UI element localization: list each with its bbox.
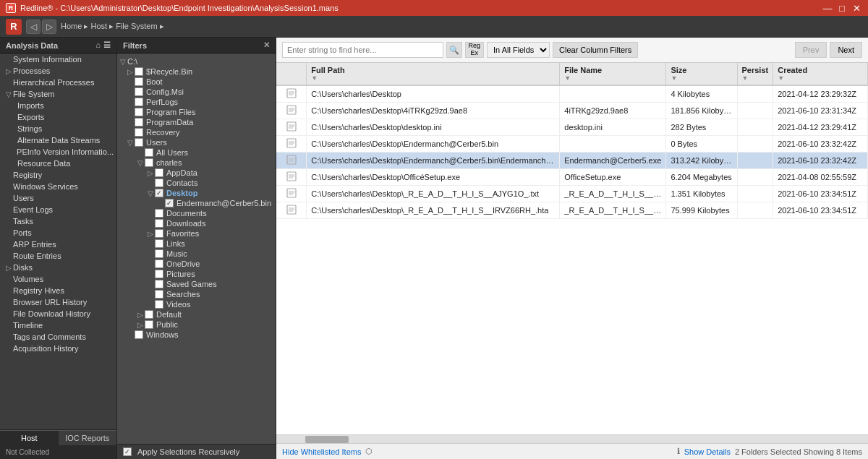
filter-checkbox[interactable] <box>135 128 143 137</box>
table-row[interactable]: C:\Users\charles\Desktop\_R_E_A_D__T_H_I… <box>276 202 868 219</box>
sidebar-item-file-download-history[interactable]: File Download History <box>0 308 116 319</box>
filter-checkbox[interactable] <box>135 118 143 126</box>
sidebar-item-arp-entries[interactable]: ARP Entries <box>0 239 116 250</box>
sidebar-item-exports[interactable]: Exports <box>0 111 116 123</box>
table-row[interactable]: C:\Users\charles\Desktop\Endermanch@Cerb… <box>276 136 868 153</box>
settings-icon[interactable]: ☰ <box>103 40 111 50</box>
back-button[interactable]: ◁ <box>26 20 41 34</box>
table-row[interactable]: C:\Users\charles\Desktop\4iTRKg29zd.9ae8… <box>276 103 868 119</box>
sidebar-item-processes[interactable]: ▷ Processes <box>0 65 116 77</box>
filter-checkbox[interactable] <box>145 148 153 157</box>
prev-button[interactable]: Prev <box>795 42 827 58</box>
sidebar-item-route-entries[interactable]: Route Entries <box>0 250 116 262</box>
filter-checkbox[interactable] <box>135 138 143 147</box>
filter-checkbox[interactable]: ✓ <box>155 189 163 197</box>
table-row[interactable]: C:\Users\charles\Desktop4 Kilobytes2021-… <box>276 85 868 103</box>
filter-item-public[interactable]: ▷ Public <box>117 319 276 330</box>
scrollbar-thumb[interactable] <box>305 436 349 443</box>
sidebar-item-event-logs[interactable]: Event Logs <box>0 204 116 215</box>
filter-item-perflogs[interactable]: PerfLogs <box>117 97 276 107</box>
table-row[interactable]: C:\Users\charles\Desktop\desktop.inidesk… <box>276 119 868 136</box>
filter-checkbox[interactable] <box>155 249 163 258</box>
filter-item-music[interactable]: Music <box>117 249 276 259</box>
field-selector[interactable]: In All Fields <box>487 42 550 58</box>
sidebar-item-windows-services[interactable]: Windows Services <box>0 181 116 192</box>
regex-button[interactable]: RegEx <box>465 42 485 58</box>
filter-item-favorites[interactable]: ▷ Favorites <box>117 228 276 239</box>
maximize-button[interactable]: □ <box>836 2 848 14</box>
filter-checkbox[interactable] <box>145 158 153 167</box>
filter-item-program-files[interactable]: Program Files <box>117 107 276 117</box>
col-persist[interactable]: Persist ▼ <box>737 63 773 85</box>
filter-checkbox[interactable] <box>135 98 143 106</box>
close-button[interactable]: ✕ <box>851 2 862 14</box>
sidebar-item-ports[interactable]: Ports <box>0 227 116 239</box>
home-icon[interactable]: ⌂ <box>95 40 101 50</box>
apply-checkbox[interactable]: ✓ <box>123 447 132 456</box>
next-button[interactable]: Next <box>830 42 862 58</box>
filter-item-program-data[interactable]: ProgramData <box>117 117 276 127</box>
table-row[interactable]: C:\Users\charles\Desktop\_R_E_A_D__T_H_I… <box>276 186 868 202</box>
col-full-path[interactable]: Full Path ▼ <box>307 63 560 85</box>
filter-checkbox[interactable] <box>155 219 163 228</box>
filter-item-c-root[interactable]: ▽ C:\ <box>117 56 276 67</box>
minimize-button[interactable]: — <box>822 2 833 14</box>
table-row[interactable]: C:\Users\charles\Desktop\Endermanch@Cerb… <box>276 153 868 169</box>
table-row[interactable]: C:\Users\charles\Desktop\OfficéSetup.exe… <box>276 169 868 186</box>
sidebar-item-tasks[interactable]: Tasks <box>0 215 116 227</box>
filter-checkbox[interactable] <box>155 300 163 309</box>
sidebar-item-timeline[interactable]: Timeline <box>0 319 116 331</box>
sidebar-item-alternate-data-streams[interactable]: Alternate Data Streams <box>0 134 116 146</box>
filter-checkbox[interactable] <box>155 280 163 288</box>
filter-checkbox[interactable] <box>135 87 143 96</box>
sidebar-item-hierarchical-processes[interactable]: Hierarchical Processes <box>0 77 116 88</box>
filter-item-endermanch[interactable]: ✓ Endermanch@Cerber5.bin <box>117 198 276 208</box>
filter-item-downloads[interactable]: Downloads <box>117 218 276 228</box>
filter-item-contacts[interactable]: Contacts <box>117 178 276 188</box>
filter-item-onedrive[interactable]: OneDrive <box>117 259 276 269</box>
sidebar-item-disks[interactable]: ▷ Disks <box>0 262 116 273</box>
filter-item-all-users[interactable]: All Users <box>117 147 276 158</box>
sidebar-item-strings[interactable]: Strings <box>0 123 116 134</box>
filter-item-searches[interactable]: Searches <box>117 289 276 299</box>
forward-button[interactable]: ▷ <box>42 20 56 34</box>
filter-item-saved-games[interactable]: Saved Games <box>117 279 276 289</box>
filter-checkbox[interactable] <box>135 67 143 76</box>
filter-item-links[interactable]: Links <box>117 239 276 249</box>
sidebar-item-file-system[interactable]: ▽ File System <box>0 88 116 100</box>
filter-item-desktop[interactable]: ▽ ✓ Desktop <box>117 188 276 198</box>
filter-item-appdata[interactable]: ▷ AppData <box>117 168 276 178</box>
filter-checkbox[interactable] <box>155 168 163 177</box>
show-details-button[interactable]: Show Details <box>684 447 731 456</box>
filter-item-recycle-bin[interactable]: ▷ $Recycle.Bin <box>117 67 276 77</box>
filter-item-charles[interactable]: ▽ charles <box>117 158 276 168</box>
filter-checkbox[interactable] <box>155 239 163 248</box>
sidebar-item-tags-and-comments[interactable]: Tags and Comments <box>0 331 116 343</box>
sidebar-item-volumes[interactable]: Volumes <box>0 273 116 285</box>
sidebar-item-resource-data[interactable]: Resource Data <box>0 158 116 169</box>
col-created[interactable]: Created ▼ <box>773 63 868 85</box>
filter-item-pictures[interactable]: Pictures <box>117 269 276 279</box>
filter-checkbox[interactable] <box>155 290 163 299</box>
filter-checkbox[interactable] <box>155 270 163 278</box>
filter-checkbox[interactable] <box>135 108 143 116</box>
sidebar-item-acquisition-history[interactable]: Acquisition History <box>0 343 116 354</box>
hide-whitelisted-button[interactable]: Hide Whitelisted Items <box>282 447 361 456</box>
sidebar-item-users[interactable]: Users <box>0 192 116 204</box>
sidebar-item-registry[interactable]: Registry <box>0 169 116 181</box>
filter-checkbox[interactable]: ✓ <box>165 199 174 207</box>
filter-item-documents[interactable]: Documents <box>117 208 276 218</box>
search-input[interactable] <box>282 42 443 58</box>
col-file-name[interactable]: File Name ▼ <box>560 63 666 85</box>
filter-checkbox[interactable] <box>155 229 163 238</box>
filter-item-users[interactable]: ▽ Users <box>117 137 276 147</box>
filter-checkbox[interactable] <box>155 259 163 268</box>
filters-close-icon[interactable]: ✕ <box>263 40 270 50</box>
filter-item-config-msi[interactable]: Config.Msi <box>117 87 276 97</box>
filter-checkbox[interactable] <box>155 179 163 187</box>
search-button[interactable]: 🔍 <box>446 42 462 58</box>
filter-checkbox[interactable] <box>155 209 163 218</box>
sidebar-item-system-information[interactable]: System Information <box>0 53 116 65</box>
filter-checkbox[interactable] <box>145 320 153 329</box>
tab-host[interactable]: Host <box>0 430 59 445</box>
